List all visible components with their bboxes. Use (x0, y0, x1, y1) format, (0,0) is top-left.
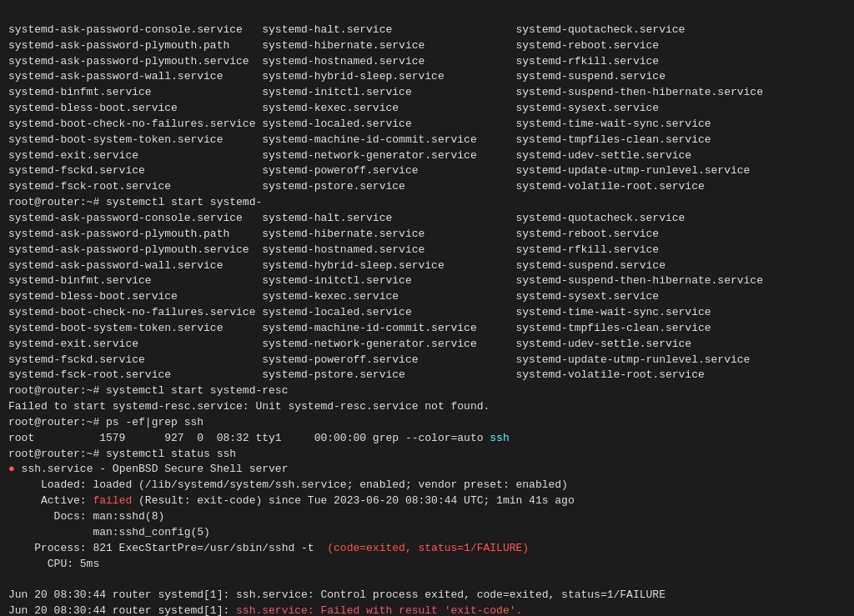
terminal-window[interactable]: systemd-ask-password-console.service sys… (0, 0, 854, 616)
terminal-content: systemd-ask-password-console.service sys… (8, 23, 763, 616)
